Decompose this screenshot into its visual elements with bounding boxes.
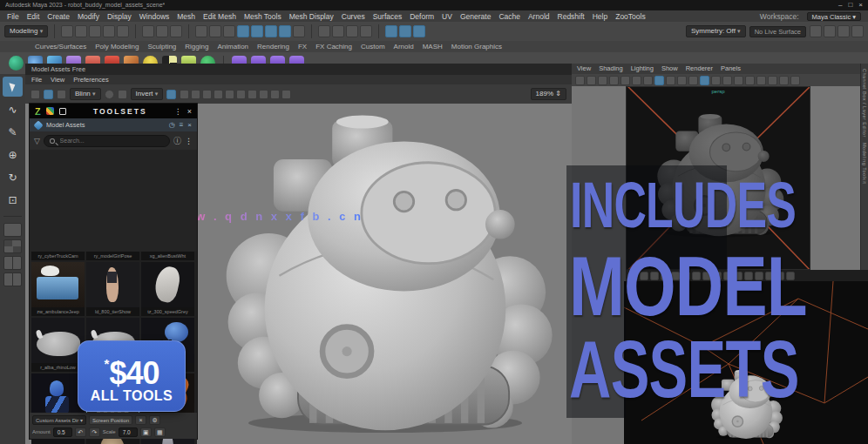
crop-icon[interactable]	[118, 90, 127, 99]
menu-mesh-tools[interactable]: Mesh Tools	[244, 12, 281, 21]
toolbar-icon[interactable]	[598, 76, 607, 85]
toolbar-icon[interactable]	[734, 76, 743, 85]
menu-generate[interactable]: Generate	[460, 12, 491, 21]
zoom-level-field[interactable]: 189% ⇕	[531, 88, 566, 100]
toggle-icon[interactable]	[166, 90, 176, 99]
toolbar-icon[interactable]	[89, 25, 101, 37]
menu-create[interactable]: Create	[47, 12, 70, 21]
toolbar-icon[interactable]	[413, 25, 425, 37]
toolbar-icon[interactable]	[677, 76, 687, 85]
select-tool[interactable]	[3, 77, 23, 97]
toolbar-icon[interactable]	[346, 25, 358, 37]
toolbar-icon[interactable]	[191, 90, 200, 99]
zoo-logo[interactable]: Z	[35, 106, 41, 117]
menu-redshift[interactable]: Redshift	[558, 12, 585, 21]
shelf-tab-poly-modeling[interactable]: Poly Modeling	[95, 43, 139, 50]
amount-field[interactable]: 0.5	[53, 427, 72, 437]
asset-cell[interactable]: ld_800_tierShow	[86, 262, 139, 316]
layout-two-pane[interactable]	[3, 256, 22, 270]
thumbnail-icon[interactable]	[31, 90, 40, 99]
toolbar-icon[interactable]	[237, 25, 249, 37]
toolbar-icon[interactable]	[180, 90, 189, 99]
menu-edit[interactable]: Edit	[27, 12, 40, 21]
toolbar-icon[interactable]	[756, 76, 766, 85]
panel-menu-shading[interactable]: Shading	[599, 64, 623, 74]
toolbar-icon[interactable]	[643, 76, 653, 85]
material-dropdown[interactable]: Blinn ▾	[70, 88, 101, 100]
filter-icon[interactable]: ▽	[34, 137, 40, 145]
toolbar-icon[interactable]	[117, 25, 129, 37]
menuset-dropdown[interactable]: Modeling ▾	[4, 25, 48, 37]
toolbar-icon[interactable]	[399, 25, 411, 37]
toolbar-icon[interactable]	[223, 25, 235, 37]
asset-cell[interactable]: r_alba_rhinoLow	[31, 318, 85, 372]
toolbar-icon[interactable]	[103, 25, 115, 37]
sidebar-tab-modeling-toolkit[interactable]: Modeling Toolkit	[862, 143, 867, 184]
delete-button[interactable]: ×	[135, 415, 146, 425]
layout-single-pane[interactable]	[3, 223, 22, 237]
toolbar-icon[interactable]	[620, 76, 630, 85]
panel-menu-show[interactable]: Show	[661, 64, 678, 74]
window-mode-icon[interactable]	[59, 108, 66, 115]
menu-file[interactable]: File	[7, 12, 19, 21]
asset-thumbnail[interactable]	[86, 262, 139, 307]
shelf-tab-rigging[interactable]: Rigging	[185, 43, 208, 50]
toolbar-icon[interactable]	[279, 25, 291, 37]
toolbar-icon[interactable]	[209, 25, 221, 37]
screen-position-button[interactable]: Screen Position	[89, 415, 132, 425]
toolbar-icon[interactable]	[259, 90, 268, 99]
shelf-tab-rendering[interactable]: Rendering	[257, 43, 289, 50]
toolbar-icon[interactable]	[851, 25, 864, 37]
asset-cell[interactable]: zw_ambulanceJeep	[31, 262, 85, 316]
shelf-tab-fx[interactable]: FX	[298, 43, 307, 50]
toolbar-icon[interactable]	[688, 76, 698, 85]
brush-mode-icon[interactable]	[44, 90, 53, 99]
search-box[interactable]	[44, 135, 170, 147]
menu-windows[interactable]: Windows	[139, 12, 169, 21]
toolbar-icon[interactable]	[281, 90, 291, 99]
assets-window-titlebar[interactable]: Model Assets Free	[25, 64, 572, 75]
toolbar-icon[interactable]	[654, 76, 664, 85]
robot-model[interactable]	[210, 109, 560, 434]
toolbar-icon[interactable]	[575, 76, 585, 85]
toolbar-icon[interactable]	[360, 25, 372, 37]
close-button[interactable]: ×	[858, 0, 863, 10]
history-icon[interactable]: ◷	[169, 121, 175, 129]
menu-arnold[interactable]: Arnold	[528, 12, 550, 21]
toolbar-icon[interactable]	[270, 90, 280, 99]
toolbar-icon[interactable]	[251, 25, 263, 37]
toolbar-icon[interactable]	[61, 25, 73, 37]
toolbar-icon[interactable]	[790, 76, 800, 85]
maximize-button[interactable]: □	[848, 0, 852, 10]
menu-help[interactable]: Help	[593, 12, 607, 21]
menu-deform[interactable]: Deform	[410, 12, 434, 21]
invert-dropdown[interactable]: Invert ▾	[131, 88, 164, 100]
panel-menu-panels[interactable]: Panels	[721, 64, 741, 74]
menu-modify[interactable]: Modify	[78, 12, 99, 21]
section-close-icon[interactable]: ×	[187, 121, 192, 129]
model-assets-section-bar[interactable]: Model Assets ◷ ≡ ×	[30, 118, 197, 131]
toolbar-icon[interactable]	[225, 90, 234, 99]
toolbar-icon[interactable]	[385, 25, 397, 37]
asset-thumbnail[interactable]	[31, 318, 85, 363]
shelf-tab-custom[interactable]: Custom	[361, 43, 385, 50]
list-view-icon[interactable]: ≡	[180, 121, 184, 129]
toolbar-icon[interactable]	[745, 76, 755, 85]
layout-four-pane[interactable]	[3, 239, 22, 253]
refresh-icon[interactable]	[57, 90, 66, 99]
asset-cell[interactable]: ry_cyberTruckCam	[31, 252, 85, 260]
asset-cell[interactable]: xg_alienBustWht	[141, 252, 194, 260]
shelf-tab-curves-surfaces[interactable]: Curves/Surfaces	[35, 43, 86, 50]
toolbar-icon[interactable]	[195, 25, 207, 37]
asset-thumbnail[interactable]	[141, 262, 194, 307]
info-icon[interactable]: ⓘ	[173, 135, 181, 146]
shelf-tab-sculpting[interactable]: Sculpting	[147, 43, 176, 50]
toolbar-icon[interactable]	[75, 25, 87, 37]
panel-menu-view[interactable]: View	[577, 64, 591, 74]
menu-mesh-display[interactable]: Mesh Display	[289, 12, 334, 21]
toolbar-icon[interactable]	[609, 76, 619, 85]
toolbar-icon[interactable]	[332, 25, 344, 37]
redo-icon[interactable]: ↷	[89, 427, 100, 437]
layout-outliner-pane[interactable]	[3, 272, 22, 286]
assets-menu-view[interactable]: View	[51, 75, 64, 84]
